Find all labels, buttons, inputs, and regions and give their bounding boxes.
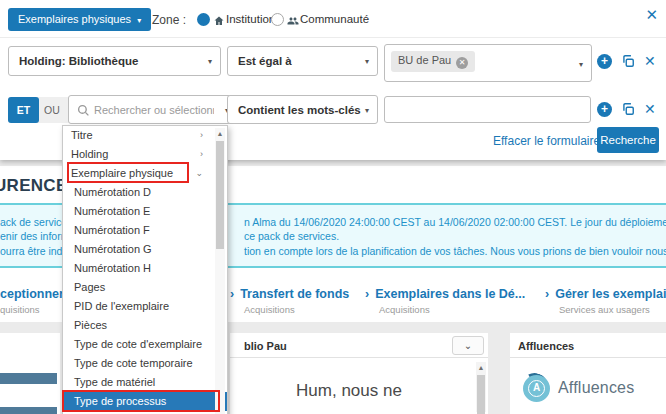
scroll-up-icon[interactable]: ▲ xyxy=(215,128,225,140)
menu-group-label: Titre xyxy=(71,129,93,141)
quick-link-gerer-exemplaires[interactable]: ›Gérer les exemplaires d Services aux us… xyxy=(545,287,666,315)
quick-link-transfert-de-fonds[interactable]: ›Transfert de fonds Acquisitions xyxy=(230,287,349,315)
menu-group-exemplaire-physique[interactable]: Exemplaire physique ⌄ xyxy=(63,164,227,183)
widget-scrollbar[interactable]: ▲ xyxy=(476,362,486,412)
remove-condition-icon[interactable]: ✕ xyxy=(644,101,656,117)
row1-field-label: Holding: Bibliothèque xyxy=(19,55,138,67)
menu-item[interactable]: Numérotation F xyxy=(63,221,227,240)
caret-down-icon: ▾ xyxy=(365,105,369,114)
row2-value-input-wrap xyxy=(384,96,591,123)
chart-bar xyxy=(0,373,57,384)
caret-down-icon: ▾ xyxy=(365,57,369,66)
chevron-right-icon: › xyxy=(200,126,203,145)
hidden-chart-widget xyxy=(0,333,60,414)
row2-operator-select[interactable]: Contient les mots-clés ▾ xyxy=(227,95,378,124)
quick-link-exemplaires[interactable]: ›Exemplaires dans le Dé... Acquisitions xyxy=(365,287,525,315)
value-tag-label: BU de Pau xyxy=(398,54,451,66)
widget-header: Affluences xyxy=(510,333,666,358)
menu-item[interactable]: Numérotation D xyxy=(63,183,227,202)
entity-type-label: Exemplaires physiques xyxy=(18,13,131,25)
notice-line3-right: tion en compte lors de la planification … xyxy=(244,245,666,257)
affluences-logo-icon: A xyxy=(523,375,550,402)
annotation-box-type-de-processus xyxy=(62,390,220,412)
scrollbar-thumb[interactable] xyxy=(216,141,224,249)
chevron-right-icon: › xyxy=(545,287,549,301)
caret-down-icon: ▾ xyxy=(137,16,141,25)
or-button[interactable]: OU xyxy=(44,97,60,123)
widget-title: blio Pau xyxy=(244,340,287,352)
notice-line1-right: n Alma du 14/06/2020 24:00:00 CEST au 14… xyxy=(244,216,666,228)
quick-link-receptionner[interactable]: ceptionner quisitions xyxy=(0,287,64,315)
quick-link-label[interactable]: Transfert de fonds xyxy=(240,287,349,301)
clear-form-link[interactable]: Effacer le formulaire xyxy=(493,134,600,148)
row1-actions: + ✕ xyxy=(597,53,656,69)
field-search-input[interactable] xyxy=(94,97,214,122)
notice-line1-left: ack de service xyxy=(0,216,67,228)
collapse-widget-button[interactable]: ⌄ xyxy=(452,336,484,355)
institution-icon xyxy=(213,13,225,25)
search-icon xyxy=(77,104,90,117)
scroll-up-icon[interactable]: ▲ xyxy=(476,362,486,374)
row2-value-input[interactable] xyxy=(389,98,584,121)
notice-line2-right: ce pack de services. xyxy=(244,230,339,242)
search-button[interactable]: Recherche xyxy=(597,127,659,153)
remove-condition-icon[interactable]: ✕ xyxy=(644,53,656,69)
close-icon[interactable]: ✕ xyxy=(645,6,658,24)
widget-header: blio Pau ⌄ xyxy=(230,333,488,358)
menu-group-titre[interactable]: Titre › xyxy=(63,126,227,145)
menu-item[interactable]: Pages xyxy=(63,278,227,297)
chevron-right-icon: › xyxy=(200,145,203,164)
row1-operator-select[interactable]: Est égal à ▾ xyxy=(227,46,378,76)
duplicate-condition-icon[interactable] xyxy=(621,102,635,116)
chevron-down-icon: ⌄ xyxy=(195,164,203,183)
entity-type-button[interactable]: Exemplaires physiques▾ xyxy=(8,8,151,31)
row1-field-select[interactable]: Holding: Bibliothèque ▾ xyxy=(8,46,221,76)
caret-down-icon: ▾ xyxy=(579,60,583,69)
quick-link-label[interactable]: ceptionner xyxy=(0,287,64,301)
affluences-logo-letter: A xyxy=(528,380,545,397)
row2-field-search-select[interactable]: ▾ xyxy=(68,95,238,124)
zone-option-institution[interactable]: Institution xyxy=(226,13,275,25)
menu-group-label: Holding xyxy=(71,148,108,160)
menu-item[interactable]: Numérotation H xyxy=(63,259,227,278)
notice-line2-left: enir des inform xyxy=(0,230,69,242)
annotation-box-exemplaire-physique xyxy=(67,162,189,183)
quick-link-label[interactable]: Gérer les exemplaires d xyxy=(555,287,666,301)
row2-actions: + ✕ xyxy=(597,101,656,117)
zone-label: Zone : xyxy=(152,13,186,27)
menu-item[interactable]: Numérotation G xyxy=(63,240,227,259)
community-icon xyxy=(287,13,299,25)
and-button[interactable]: ET xyxy=(8,97,39,123)
remove-tag-icon[interactable]: ✕ xyxy=(456,57,468,69)
affluences-widget: Affluences A Affluences xyxy=(510,333,666,414)
zone-radio-institution[interactable] xyxy=(197,13,210,26)
header-divider xyxy=(0,37,666,38)
value-tag: BU de Pau✕ xyxy=(391,51,475,72)
widget-body-text: Hum, nous ne xyxy=(230,381,468,401)
add-condition-icon[interactable]: + xyxy=(597,54,612,69)
row1-operator-label: Est égal à xyxy=(238,55,292,67)
quick-link-category: quisitions xyxy=(0,304,64,315)
biblio-pau-widget: blio Pau ⌄ Hum, nous ne ▲ xyxy=(230,333,488,414)
menu-item[interactable]: Type de cote temporaire xyxy=(63,354,227,373)
menu-item[interactable]: Pièces xyxy=(63,316,227,335)
page-heading-fragment: URENCE xyxy=(0,176,68,196)
menu-item[interactable]: Numérotation E xyxy=(63,202,227,221)
chart-bar xyxy=(0,407,57,414)
boolean-toggle: ET OU xyxy=(8,97,70,123)
add-condition-icon[interactable]: + xyxy=(597,102,612,117)
scrollbar-thumb[interactable] xyxy=(477,375,485,414)
quick-link-category: Acquisitions xyxy=(379,304,525,315)
quick-link-category: Services aux usagers xyxy=(559,304,666,315)
menu-item[interactable]: Type de cote d'exemplaire xyxy=(63,335,227,354)
zone-radio-communaute[interactable] xyxy=(271,13,284,26)
zone-option-communaute[interactable]: Communauté xyxy=(300,13,369,25)
menu-scrollbar[interactable]: ▲ xyxy=(215,128,225,414)
menu-item[interactable]: PID de l'exemplaire xyxy=(63,297,227,316)
field-dropdown-menu: Titre › Holding › Exemplaire physique ⌄ … xyxy=(62,125,228,414)
duplicate-condition-icon[interactable] xyxy=(621,54,635,68)
quick-link-category: Acquisitions xyxy=(244,304,349,315)
row1-value-multiselect[interactable]: BU de Pau✕ ▾ xyxy=(384,44,592,82)
quick-link-label[interactable]: Exemplaires dans le Dé... xyxy=(375,287,525,301)
chevron-down-icon: ⌄ xyxy=(464,340,472,351)
